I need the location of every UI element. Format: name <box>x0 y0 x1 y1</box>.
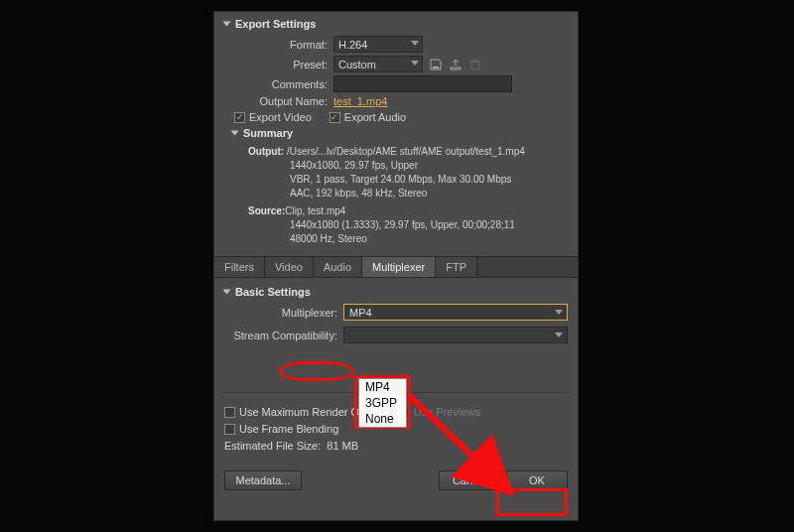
summary-source-label: Source: <box>248 205 285 216</box>
summary-source-line3: 48000 Hz, Stereo <box>290 232 568 246</box>
cancel-button[interactable]: Cancel <box>439 470 500 490</box>
summary-output-path: /Users/...lv/Desktop/AME stuff/AME outpu… <box>287 146 525 157</box>
settings-tabs: Filters Video Audio Multiplexer FTP <box>214 256 578 278</box>
basic-settings-header[interactable]: Basic Settings <box>224 286 568 298</box>
checkbox-icon <box>234 112 245 123</box>
stream-compat-select[interactable] <box>343 327 568 343</box>
disclosure-triangle-icon <box>223 290 231 295</box>
dropdown-option-mp4[interactable]: MP4 <box>359 379 406 395</box>
tab-ftp[interactable]: FTP <box>436 257 477 277</box>
checkbox-icon <box>330 112 340 123</box>
checkbox-icon <box>224 424 235 435</box>
tab-video[interactable]: Video <box>265 257 314 277</box>
summary-header[interactable]: Summary <box>232 127 568 139</box>
output-name-link[interactable]: test_1.mp4 <box>333 95 387 107</box>
export-settings-section: Export Settings Format: H.264 Preset: Cu… <box>214 12 578 250</box>
save-preset-icon[interactable] <box>429 58 443 71</box>
basic-settings-section: Basic Settings Multiplexer: MP4 Stream C… <box>214 278 578 360</box>
format-select[interactable]: H.264 <box>333 36 423 53</box>
button-row: Metadata... Cancel OK <box>214 465 578 500</box>
summary-source-line2: 1440x1080 (1.3333), 29.97 fps, Upper, 00… <box>290 218 568 232</box>
svg-rect-0 <box>433 66 439 68</box>
stream-compat-label: Stream Compatibility: <box>224 330 343 341</box>
summary-source-line1: Clip, test.mp4 <box>285 205 345 216</box>
disclosure-triangle-icon <box>223 22 231 27</box>
tab-multiplexer[interactable]: Multiplexer <box>362 257 436 277</box>
multiplexer-label: Multiplexer: <box>224 307 343 319</box>
export-settings-title: Export Settings <box>235 18 316 30</box>
disclosure-triangle-icon <box>231 131 239 136</box>
est-size-label: Estimated File Size: <box>224 440 321 452</box>
dropdown-option-3gpp[interactable]: 3GPP <box>359 395 406 411</box>
frame-blending-label: Use Frame Blending <box>239 423 338 435</box>
format-value: H.264 <box>338 39 367 51</box>
frame-blending-checkbox[interactable]: Use Frame Blending <box>224 423 338 435</box>
format-label: Format: <box>224 39 333 51</box>
preset-select[interactable]: Custom <box>333 56 423 72</box>
use-previews-label: Use Previews <box>414 406 480 418</box>
chevron-down-icon <box>555 310 563 315</box>
summary-output-line3: VBR, 1 pass, Target 24.00 Mbps, Max 30.0… <box>290 173 568 187</box>
preset-value: Custom <box>338 59 376 70</box>
export-settings-panel: Export Settings Format: H.264 Preset: Cu… <box>213 11 579 521</box>
export-video-checkbox[interactable]: Export Video <box>234 111 312 123</box>
multiplexer-dropdown-list: MP4 3GPP None <box>358 378 407 428</box>
est-size-value: 81 MB <box>327 440 358 452</box>
ok-button[interactable]: OK <box>506 470 568 490</box>
export-audio-checkbox[interactable]: Export Audio <box>330 111 406 123</box>
import-preset-icon[interactable] <box>449 58 463 71</box>
summary-output-label: Output: <box>248 146 284 157</box>
basic-settings-title: Basic Settings <box>235 286 311 298</box>
chevron-down-icon <box>555 332 563 337</box>
checkbox-icon <box>224 407 235 418</box>
tab-audio[interactable]: Audio <box>314 257 362 277</box>
delete-preset-icon[interactable] <box>468 58 482 71</box>
multiplexer-select[interactable]: MP4 <box>343 304 568 321</box>
comments-label: Comments: <box>224 78 333 90</box>
export-settings-header[interactable]: Export Settings <box>224 18 568 30</box>
multiplexer-value: MP4 <box>349 307 372 319</box>
output-name-label: Output Name: <box>224 95 333 107</box>
summary-output-line2: 1440x1080, 29.97 fps, Upper <box>290 159 568 173</box>
dropdown-option-none[interactable]: None <box>359 411 406 427</box>
metadata-button[interactable]: Metadata... <box>224 470 302 490</box>
preset-label: Preset: <box>224 59 333 70</box>
tab-filters[interactable]: Filters <box>214 257 265 277</box>
export-audio-label: Export Audio <box>344 111 406 123</box>
export-video-label: Export Video <box>249 111 312 123</box>
summary-title: Summary <box>243 127 293 139</box>
chevron-down-icon <box>411 41 419 46</box>
summary-output-line4: AAC, 192 kbps, 48 kHz, Stereo <box>290 187 568 200</box>
chevron-down-icon <box>411 61 419 66</box>
use-previews-checkbox: Use Previews <box>399 406 480 418</box>
summary-body: Output: /Users/...lv/Desktop/AME stuff/A… <box>248 145 568 246</box>
comments-input[interactable] <box>333 75 512 92</box>
